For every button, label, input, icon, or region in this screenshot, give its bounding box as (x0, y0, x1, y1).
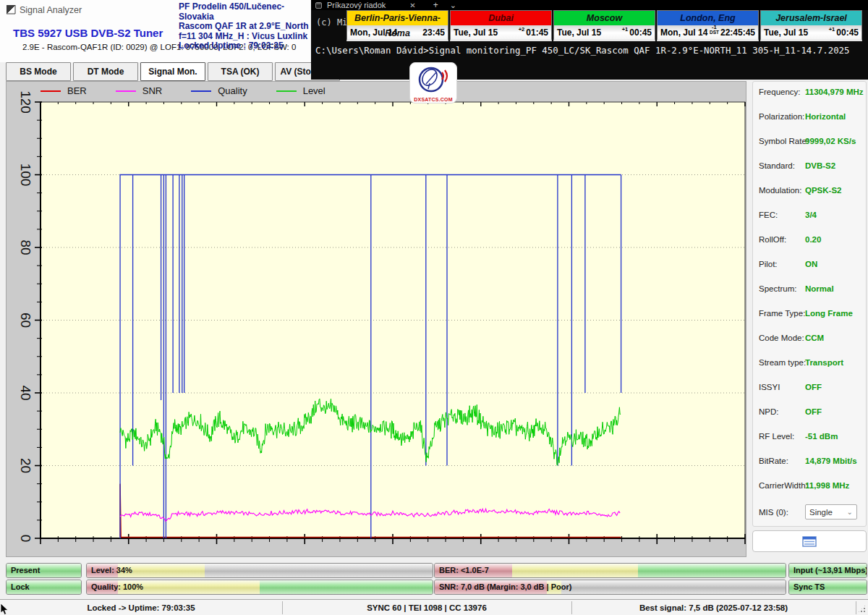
clock-offset-value: +1 (829, 26, 835, 33)
clock-utc-offset: +2 (519, 27, 525, 32)
svg-text:20: 20 (18, 458, 33, 473)
legend-swatch-ber (41, 90, 61, 92)
param-value: ON (805, 260, 817, 268)
clock-body: Tue, Jul 15+100:45 (553, 25, 655, 41)
tab-dt-mode[interactable]: DT Mode (73, 62, 138, 81)
legend-label: Quality (218, 85, 247, 96)
terminal-tab-bar: Príkazový riadok ✕ + ⌄ (311, 0, 868, 10)
param-label: Standard: (759, 161, 795, 170)
legend-label: BER (67, 85, 87, 96)
tab-bs-mode[interactable]: BS Mode (6, 62, 71, 81)
antenna-info-line: Locked Uptime : 79:03:35 (179, 41, 313, 51)
antenna-info-line: PF Prodelin 450/Lučenec-Slovakia (179, 2, 313, 22)
param-label: NPD: (759, 407, 778, 416)
antenna-info-line: Rascom QAF 1R at 2.9°E_North (179, 22, 313, 32)
param-value: QPSK-S2 (805, 186, 842, 195)
clock-date: Tue, Jul 15 (764, 27, 808, 38)
meter-ber: BER: <1.0E-7 (434, 563, 786, 578)
svg-text:40: 40 (18, 385, 33, 400)
clock-date: Mon, Jul 14 (660, 27, 707, 38)
legend-swatch-level (276, 90, 297, 92)
signal-chart: 020406080100120 (7, 82, 746, 556)
tab-tsa-ok[interactable]: TSA (OK) (208, 62, 273, 81)
clock-time: 00:45 (836, 27, 859, 38)
meter-segment-silver (205, 564, 433, 577)
legend-item: SNR (116, 85, 162, 96)
svg-text:60: 60 (18, 313, 33, 328)
clock-date: Mon, Jul 14 (350, 27, 397, 38)
meter-snr: SNR: 7,0 dB (Margin: 3,0 dB | Poor) (434, 580, 786, 595)
antenna-info-block: PF Prodelin 450/Lučenec-SlovakiaRascom Q… (179, 2, 313, 51)
meter-label: BER: <1.0E-7 (439, 564, 489, 577)
clock-time: 23:45 (422, 27, 445, 38)
svg-text:0: 0 (18, 535, 33, 543)
clock-utc-offset: -1DST (710, 25, 719, 35)
meter-segment-green (638, 564, 786, 577)
chevron-down-icon: ⌄ (847, 508, 853, 516)
meter-label: Quality: 100% (91, 580, 143, 594)
mode-tab-bar: BS ModeDT ModeSignal Mon.TSA (OK)AV (Sto… (6, 62, 340, 81)
terminal-tab[interactable]: Príkazový riadok ✕ (311, 0, 423, 10)
param-label: RollOff: (759, 235, 786, 244)
clock-utc-offset: +1 (622, 27, 629, 32)
legend-label: Level (303, 85, 326, 96)
terminal-prompt-line[interactable]: C:\Users\Roman Dávid>Signal monitoring_P… (315, 45, 850, 56)
ts-info-button[interactable] (752, 530, 867, 552)
param-label: Code Mode: (759, 334, 804, 342)
statusbar-section: SYNC 60 | TEI 1098 | CC 13976 (282, 600, 571, 615)
meter-present: Present (6, 563, 82, 578)
param-label: ISSYI (759, 383, 780, 391)
legend-swatch-snr (116, 90, 136, 92)
param-value: -51 dBm (805, 432, 838, 441)
param-label: RF Level: (759, 432, 794, 441)
antenna-info-line: f=11 304 MHz_H : Vicus Luxlink (179, 32, 313, 42)
meter-label: Sync TS (793, 580, 825, 594)
meter-label: SNR: 7,0 dB (Margin: 3,0 dB | Poor) (439, 580, 571, 594)
signal-chart-panel: BERSNRQualityLevel 020406080100120 (6, 81, 746, 557)
svg-text:80: 80 (18, 239, 33, 255)
meter-label: Lock (11, 580, 30, 594)
param-value: Transport (805, 358, 843, 367)
statusbar-section: Locked -> Uptime: 79:03:35 (0, 600, 282, 615)
param-label: Polarization: (759, 112, 804, 121)
param-label: Stream type: (759, 358, 806, 367)
tab-signal-mon[interactable]: Signal Mon. (140, 62, 205, 81)
param-value: Long Frame (805, 309, 853, 318)
param-label: Frequency: (759, 88, 801, 96)
terminal-output-line: (c) Mi (316, 17, 347, 27)
param-label: Spectrum: (759, 284, 796, 293)
legend-swatch-quality (191, 90, 211, 92)
window-title: Signal Analyzer (20, 5, 82, 15)
param-value: OFF (805, 383, 822, 391)
satellite-dish-icon (417, 65, 449, 96)
tuner-title: TBS 5927 USB DVB-S2 Tuner (13, 27, 163, 39)
meter-lock: Lock (6, 580, 82, 595)
param-value: DVB-S2 (805, 161, 835, 170)
legend-item: Level (276, 85, 326, 96)
resize-grip[interactable] (857, 604, 867, 614)
param-label: BitRate: (759, 457, 788, 465)
clock-jerusalem-israel: Jerusalem-IsraelTue, Jul 15+100:45 (760, 10, 862, 41)
svg-text:100: 100 (18, 164, 33, 187)
meter-segment-green (260, 580, 433, 594)
terminal-tab-close-icon[interactable]: ✕ (409, 1, 415, 9)
clock-city-label: Jerusalem-Israel (760, 10, 862, 25)
terminal-icon (315, 2, 322, 9)
statusbar-separator (571, 601, 572, 614)
mis-dropdown[interactable]: Single⌄ (805, 504, 857, 519)
meter-input-13-91-mbps: Input (~13,91 Mbps) (788, 563, 867, 578)
world-clocks: Berlin-Paris-Vienna-RomaMon, Jul 1423:45… (346, 10, 862, 41)
param-label: Frame Type: (759, 309, 805, 318)
clock-dubai: DubaiTue, Jul 15+201:45 (450, 10, 552, 41)
clock-body: Mon, Jul 14-1DST22:45:45 (657, 25, 759, 41)
clock-offset-label: DST (710, 30, 719, 35)
statusbar-separator (282, 601, 283, 614)
ts-list-icon (802, 536, 817, 547)
terminal-new-tab-icon[interactable]: + (433, 0, 438, 10)
terminal-dropdown-icon[interactable]: ⌄ (450, 1, 456, 10)
meter-level: Level: 34% (86, 563, 433, 578)
terminal-tab-title: Príkazový riadok (327, 1, 386, 9)
param-value: 3/4 (805, 211, 817, 219)
param-label: CarrierWidth: (759, 481, 808, 490)
mouse-cursor (0, 603, 10, 615)
